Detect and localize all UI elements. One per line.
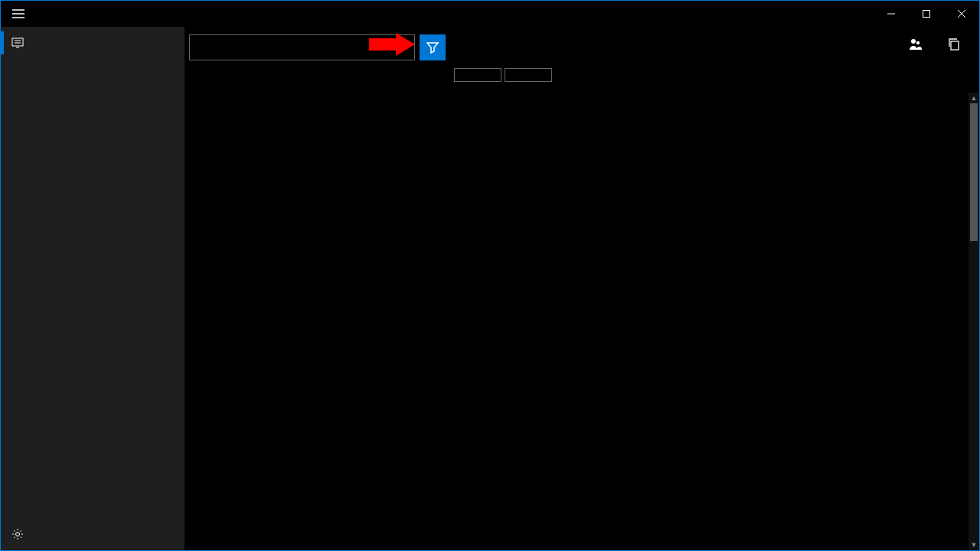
sidebar xyxy=(1,27,185,550)
json-viewer[interactable] xyxy=(449,91,979,550)
svg-rect-6 xyxy=(951,41,959,50)
maximize-button[interactable] xyxy=(909,2,944,26)
svg-point-2 xyxy=(16,533,20,536)
provide-feedback-button[interactable] xyxy=(909,37,929,54)
svg-point-4 xyxy=(911,39,916,44)
diagnostic-data-icon xyxy=(11,37,24,49)
scroll-up-icon[interactable]: ▲ xyxy=(969,93,979,103)
svg-point-5 xyxy=(916,41,920,44)
search-input[interactable] xyxy=(189,34,415,60)
scrollbar[interactable]: ▲ ▼ xyxy=(969,93,979,550)
tab-software-setup[interactable] xyxy=(505,68,552,82)
scroll-thumb[interactable] xyxy=(970,103,978,241)
copy-button[interactable] xyxy=(947,37,967,54)
hamburger-menu[interactable] xyxy=(7,2,30,25)
tab-product-performance[interactable] xyxy=(454,68,501,82)
svg-rect-0 xyxy=(923,11,930,18)
minimize-button[interactable] xyxy=(874,2,909,26)
scroll-down-icon[interactable]: ▼ xyxy=(969,540,979,550)
filter-button[interactable] xyxy=(420,34,446,60)
copy-icon xyxy=(947,37,961,54)
event-list-panel xyxy=(185,27,449,550)
close-button[interactable] xyxy=(944,2,979,26)
svg-rect-1 xyxy=(12,38,23,46)
sidebar-item-settings[interactable] xyxy=(1,518,185,550)
gear-icon xyxy=(11,528,24,540)
detail-panel: ▲ ▼ xyxy=(449,27,979,550)
feedback-icon xyxy=(909,37,923,54)
sidebar-item-diagnostic-data[interactable] xyxy=(1,27,185,59)
